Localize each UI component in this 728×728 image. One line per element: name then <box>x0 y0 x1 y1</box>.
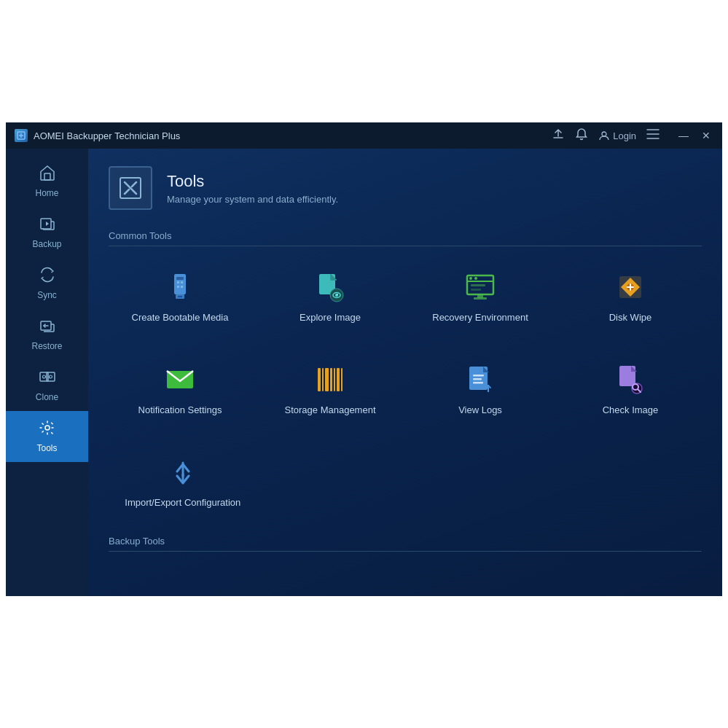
storage-management-icon <box>314 364 346 396</box>
backup-icon <box>39 216 56 236</box>
sidebar-item-sync[interactable]: Sync <box>6 258 88 309</box>
tool-create-bootable-media[interactable]: Create Bootable Media <box>109 258 251 333</box>
svg-rect-29 <box>471 289 481 291</box>
svg-rect-15 <box>177 286 179 288</box>
svg-rect-36 <box>322 368 324 391</box>
recovery-environment-icon <box>464 271 496 303</box>
page-header-icon <box>109 166 152 210</box>
view-logs-icon <box>464 364 496 396</box>
page-title: Tools <box>167 172 338 191</box>
import-export-config-icon <box>167 456 199 488</box>
notification-settings-label: Notification Settings <box>138 404 222 415</box>
page-subtitle: Manage your system and data efficiently. <box>167 194 338 205</box>
disk-wipe-label: Disk Wipe <box>609 312 652 323</box>
backup-tools-section-title: Backup Tools <box>109 536 702 552</box>
svg-rect-39 <box>334 368 335 391</box>
clone-icon <box>39 369 56 389</box>
recovery-environment-label: Recovery Environment <box>432 312 528 323</box>
app-window: AOMEI Backupper Technician Plus <box>6 122 722 596</box>
svg-rect-38 <box>330 368 332 391</box>
disk-wipe-icon <box>614 271 646 303</box>
explore-image-icon <box>314 271 346 303</box>
svg-rect-44 <box>473 378 482 380</box>
login-label: Login <box>613 130 636 141</box>
svg-point-27 <box>474 277 477 280</box>
tools-grid-row1: Create Bootable Media <box>109 258 702 333</box>
close-button[interactable]: ✕ <box>699 128 713 143</box>
svg-rect-14 <box>181 281 183 283</box>
sidebar-label-restore: Restore <box>31 341 62 351</box>
page-header: Tools Manage your system and data effici… <box>109 166 702 210</box>
tool-storage-management[interactable]: Storage Management <box>259 351 402 426</box>
svg-rect-2 <box>44 173 50 180</box>
title-bar: AOMEI Backupper Technician Plus <box>6 122 722 149</box>
svg-point-8 <box>49 375 52 378</box>
explore-image-label: Explore Image <box>300 312 361 323</box>
svg-rect-31 <box>474 297 487 300</box>
sync-icon <box>39 267 56 287</box>
tool-recovery-environment[interactable]: Recovery Environment <box>409 258 552 333</box>
svg-point-1 <box>602 132 606 136</box>
tools-icon <box>39 420 56 440</box>
page-header-text: Tools Manage your system and data effici… <box>167 172 338 205</box>
login-button[interactable]: Login <box>598 130 636 141</box>
svg-rect-45 <box>473 382 483 384</box>
svg-rect-41 <box>341 368 343 391</box>
sidebar-label-sync: Sync <box>37 290 57 300</box>
sidebar-label-clone: Clone <box>36 392 58 402</box>
tool-view-logs[interactable]: View Logs <box>409 351 552 426</box>
sidebar-item-home[interactable]: Home <box>6 156 88 207</box>
sidebar: Home Backup <box>6 149 88 596</box>
backup-tools-section: Backup Tools <box>109 536 702 552</box>
sidebar-item-tools[interactable]: Tools <box>6 411 88 462</box>
svg-rect-40 <box>337 368 340 391</box>
window-controls: — ✕ <box>676 128 713 143</box>
svg-rect-18 <box>178 296 182 297</box>
upload-icon[interactable] <box>552 128 565 144</box>
svg-rect-16 <box>181 286 183 288</box>
sidebar-label-backup: Backup <box>32 239 61 249</box>
sidebar-label-home: Home <box>35 188 58 198</box>
svg-rect-12 <box>176 277 184 280</box>
svg-rect-28 <box>471 284 485 286</box>
view-logs-label: View Logs <box>458 404 502 415</box>
menu-icon[interactable] <box>646 129 659 142</box>
create-bootable-media-label: Create Bootable Media <box>132 312 229 323</box>
sidebar-label-tools: Tools <box>36 443 57 453</box>
svg-rect-43 <box>473 375 484 377</box>
svg-point-9 <box>45 426 50 430</box>
sidebar-item-clone[interactable]: Clone <box>6 360 88 411</box>
tool-disk-wipe[interactable]: Disk Wipe <box>559 258 702 333</box>
sidebar-item-backup[interactable]: Backup <box>6 207 88 258</box>
app-icon <box>15 129 28 142</box>
import-export-config-label: Import/Export Configuration <box>125 497 240 508</box>
tool-import-export-config[interactable]: Import/Export Configuration <box>109 443 257 518</box>
check-image-label: Check Image <box>603 404 659 415</box>
svg-point-7 <box>42 375 45 378</box>
main-layout: Home Backup <box>6 149 722 596</box>
create-bootable-media-icon <box>164 271 196 303</box>
bell-icon[interactable] <box>575 128 588 144</box>
title-bar-left: AOMEI Backupper Technician Plus <box>15 129 180 142</box>
tools-grid-row2: Notification Settings <box>109 351 702 426</box>
sidebar-item-restore[interactable]: Restore <box>6 309 88 360</box>
restore-icon <box>39 318 56 338</box>
check-image-icon <box>614 364 646 396</box>
content-area: Tools Manage your system and data effici… <box>88 149 722 596</box>
svg-point-23 <box>337 294 337 294</box>
tool-explore-image[interactable]: Explore Image <box>259 258 402 333</box>
app-title: AOMEI Backupper Technician Plus <box>34 130 180 141</box>
tool-check-image[interactable]: Check Image <box>559 351 702 426</box>
svg-point-26 <box>469 277 472 280</box>
minimize-button[interactable]: — <box>676 128 692 143</box>
tool-notification-settings[interactable]: Notification Settings <box>109 351 251 426</box>
notification-settings-icon <box>164 364 196 396</box>
home-icon <box>39 165 56 185</box>
svg-rect-13 <box>177 281 179 283</box>
common-tools-section-title: Common Tools <box>109 230 702 246</box>
title-bar-right: Login — ✕ <box>552 128 713 144</box>
svg-rect-35 <box>318 368 321 391</box>
svg-rect-37 <box>325 368 329 391</box>
tools-row-single: Import/Export Configuration <box>109 443 702 518</box>
storage-management-label: Storage Management <box>284 404 375 415</box>
